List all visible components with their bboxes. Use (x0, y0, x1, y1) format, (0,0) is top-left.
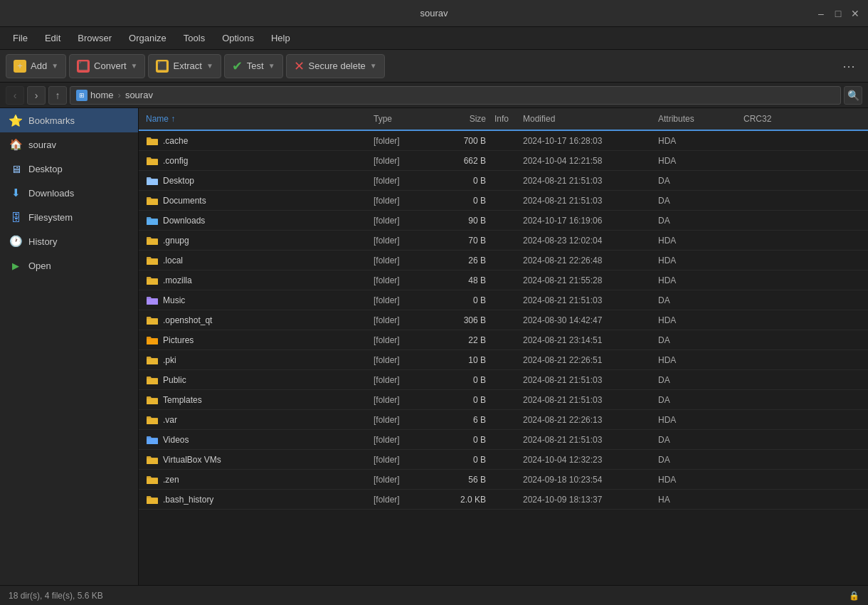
menu-options[interactable]: Options (215, 30, 261, 46)
table-row[interactable]: Public [folder] 0 B 2024-08-21 21:51:03 … (139, 370, 868, 390)
table-row[interactable]: .cache [folder] 700 B 2024-10-17 16:28:0… (139, 131, 868, 151)
row-modified: 2024-08-21 21:51:03 (519, 176, 654, 186)
row-type: [folder] (369, 216, 433, 226)
table-row[interactable]: Downloads [folder] 90 B 2024-10-17 16:19… (139, 211, 868, 231)
table-row[interactable]: .zen [folder] 56 B 2024-09-18 10:23:54 H… (139, 470, 868, 490)
secure-delete-button[interactable]: ✕ Secure delete ▼ (286, 54, 385, 78)
add-button[interactable]: + Add ▼ (6, 54, 66, 78)
row-filename: Desktop (163, 176, 194, 186)
convert-label: Convert (94, 60, 127, 71)
folder-icon (146, 295, 159, 305)
file-name-cell: Pictures (142, 335, 369, 345)
row-size: 70 B (433, 236, 490, 246)
row-type: [folder] (369, 136, 433, 146)
sidebar-item-bookmarks[interactable]: ⭐ Bookmarks (0, 108, 138, 132)
table-row[interactable]: .config [folder] 662 B 2024-10-04 12:21:… (139, 151, 868, 171)
row-size: 306 B (433, 315, 490, 325)
maximize-button[interactable]: □ (832, 8, 844, 19)
sidebar-item-filesystem[interactable]: 🗄 Filesystem (0, 205, 138, 229)
test-icon: ✔ (232, 58, 243, 74)
row-filename: Videos (163, 435, 189, 445)
menu-browser[interactable]: Browser (70, 30, 119, 46)
row-modified: 2024-08-21 21:51:03 (519, 395, 654, 405)
row-modified: 2024-10-04 12:21:58 (519, 156, 654, 166)
file-name-cell: Music (142, 295, 369, 305)
col-attributes[interactable]: Attributes (654, 114, 739, 124)
status-info: 18 dir(s), 4 file(s), 5.6 KB (9, 591, 103, 601)
row-attributes: DA (654, 176, 739, 186)
row-filename: Downloads (163, 216, 205, 226)
sidebar-item-history[interactable]: 🕐 History (0, 229, 138, 253)
convert-button[interactable]: ⬛ Convert ▼ (69, 54, 145, 78)
file-name-cell: .pki (142, 355, 369, 365)
menu-file[interactable]: File (6, 30, 35, 46)
back-button[interactable]: ‹ (6, 86, 24, 105)
address-bar[interactable]: ⊞ home › sourav (70, 86, 841, 105)
table-row[interactable]: .mozilla [folder] 48 B 2024-08-21 21:55:… (139, 270, 868, 290)
table-row[interactable]: Templates [folder] 0 B 2024-08-21 21:51:… (139, 390, 868, 410)
table-row[interactable]: Desktop [folder] 0 B 2024-08-21 21:51:03… (139, 171, 868, 191)
sidebar-item-sourav[interactable]: 🏠 sourav (0, 132, 138, 157)
menu-tools[interactable]: Tools (176, 30, 212, 46)
row-type: [folder] (369, 475, 433, 485)
forward-button[interactable]: › (27, 86, 46, 105)
row-filename: .local (163, 256, 183, 265)
sidebar-open-label: Open (28, 261, 51, 271)
menu-edit[interactable]: Edit (38, 30, 68, 46)
row-type: [folder] (369, 415, 433, 425)
folder-icon (146, 196, 159, 206)
table-row[interactable]: .gnupg [folder] 70 B 2024-08-23 12:02:04… (139, 231, 868, 251)
file-table-body: .cache [folder] 700 B 2024-10-17 16:28:0… (139, 131, 868, 585)
col-name[interactable]: Name ↑ (142, 114, 369, 124)
row-modified: 2024-08-21 23:14:51 (519, 335, 654, 345)
table-row[interactable]: Music [folder] 0 B 2024-08-21 21:51:03 D… (139, 290, 868, 310)
table-row[interactable]: VirtualBox VMs [folder] 0 B 2024-10-04 1… (139, 450, 868, 470)
folder-icon (146, 236, 159, 246)
file-panel: Name ↑ Type Size Info Modified Attribute… (139, 108, 868, 585)
row-size: 26 B (433, 256, 490, 265)
folder-icon (146, 395, 159, 405)
col-type[interactable]: Type (369, 114, 433, 124)
menu-organize[interactable]: Organize (122, 30, 174, 46)
folder-icon (146, 475, 159, 485)
toolbar-more-button[interactable]: ⋯ (835, 54, 862, 78)
search-button[interactable]: 🔍 (844, 86, 862, 105)
folder-icon (146, 275, 159, 285)
address-sourav: sourav (125, 90, 153, 100)
address-separator-1: › (118, 90, 121, 100)
test-button[interactable]: ✔ Test ▼ (224, 54, 283, 78)
close-button[interactable]: ✕ (850, 8, 861, 19)
col-crc32[interactable]: CRC32 (739, 114, 796, 124)
row-filename: .cache (163, 136, 188, 146)
row-size: 2.0 KB (433, 495, 490, 505)
col-info[interactable]: Info (490, 114, 519, 124)
row-type: [folder] (369, 275, 433, 285)
sidebar-item-desktop[interactable]: 🖥 Desktop (0, 157, 138, 181)
sidebar-item-downloads[interactable]: ⬇ Downloads (0, 181, 138, 205)
table-row[interactable]: .local [folder] 26 B 2024-08-21 22:26:48… (139, 251, 868, 270)
table-row[interactable]: .bash_history [folder] 2.0 KB 2024-10-09… (139, 490, 868, 510)
up-button[interactable]: ↑ (48, 86, 67, 105)
table-row[interactable]: Documents [folder] 0 B 2024-08-21 21:51:… (139, 191, 868, 211)
table-row[interactable]: .pki [folder] 10 B 2024-08-21 22:26:51 H… (139, 350, 868, 370)
sidebar-item-open[interactable]: ▶ Open (0, 253, 138, 278)
address-home: home (90, 90, 114, 100)
row-attributes: DA (654, 455, 739, 465)
row-type: [folder] (369, 435, 433, 445)
col-modified[interactable]: Modified (519, 114, 654, 124)
row-modified: 2024-08-21 21:51:03 (519, 435, 654, 445)
table-row[interactable]: .var [folder] 6 B 2024-08-21 22:26:13 HD… (139, 410, 868, 430)
table-row[interactable]: .openshot_qt [folder] 306 B 2024-08-30 1… (139, 310, 868, 330)
open-icon: ▶ (9, 258, 23, 273)
table-row[interactable]: Videos [folder] 0 B 2024-08-21 21:51:03 … (139, 430, 868, 450)
test-label: Test (247, 60, 264, 71)
file-table-header: Name ↑ Type Size Info Modified Attribute… (139, 108, 868, 131)
minimize-button[interactable]: – (815, 8, 827, 19)
folder-icon (146, 176, 159, 186)
table-row[interactable]: Pictures [folder] 22 B 2024-08-21 23:14:… (139, 330, 868, 350)
folder-icon (146, 455, 159, 465)
col-size[interactable]: Size (433, 114, 490, 124)
extract-button[interactable]: ⬛ Extract ▼ (148, 54, 221, 78)
row-filename: .gnupg (163, 236, 189, 246)
menu-help[interactable]: Help (264, 30, 297, 46)
